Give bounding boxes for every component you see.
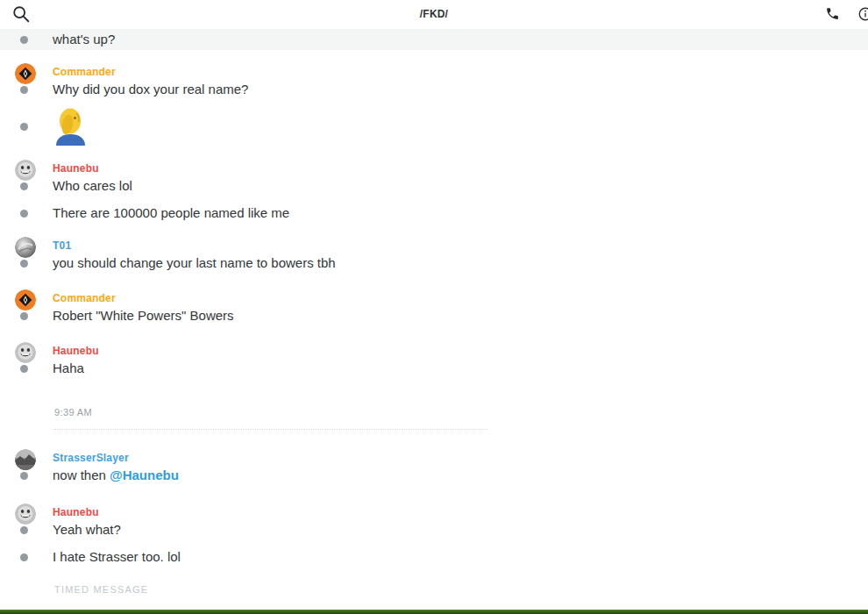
ephemeral-timer-dot xyxy=(20,123,28,131)
message-row[interactable]: you should change your last name to bowe… xyxy=(0,253,868,273)
message-text: Yeah what? xyxy=(53,522,121,537)
message-group-header: T01 xyxy=(0,237,868,253)
sender-name[interactable]: Commander xyxy=(53,66,116,78)
message-text: what's up? xyxy=(53,29,115,50)
message-text: Why did you dox your real name? xyxy=(53,82,248,96)
ephemeral-timer-dot xyxy=(20,472,28,480)
sender-name[interactable]: Haunebu xyxy=(53,506,99,518)
sender-name[interactable]: T01 xyxy=(53,239,71,252)
message-row[interactable]: There are 100000 people named like me xyxy=(0,203,868,223)
message-row[interactable]: I hate Strasser too. lol xyxy=(0,547,868,567)
person-facepalming-emoji xyxy=(53,133,89,148)
message-group-header: Commander xyxy=(0,63,868,80)
message-group: Haunebu Who cares lol There are 100000 p… xyxy=(0,160,868,223)
sender-name[interactable]: Haunebu xyxy=(53,345,99,357)
message-row[interactable]: Haha xyxy=(0,359,868,378)
message-text: Robert "White Powers" Bowers xyxy=(53,308,234,323)
message-row[interactable]: Why did you dox your real name? xyxy=(0,80,868,99)
message-row[interactable]: Yeah what? xyxy=(0,520,868,539)
message-text: I hate Strasser too. lol xyxy=(53,549,181,564)
ephemeral-timer-dot xyxy=(20,553,28,561)
message-row[interactable]: what's up? xyxy=(0,29,868,50)
message-group-header: Haunebu xyxy=(0,342,868,359)
message-row[interactable] xyxy=(0,107,868,146)
message-group-header: Commander xyxy=(0,289,868,306)
composer-bar: 1 d xyxy=(0,568,868,610)
message-group: StrasserSlayer now then @Haunebu xyxy=(0,449,868,485)
message-row[interactable]: now then @Haunebu xyxy=(0,466,868,485)
time-divider-line xyxy=(54,429,487,430)
message-group: Haunebu Haha xyxy=(0,342,868,378)
message-group-header: Haunebu xyxy=(0,160,868,176)
message-text: now then xyxy=(53,468,110,482)
message-row[interactable]: Who cares lol xyxy=(0,176,868,196)
ephemeral-timer-dot xyxy=(20,36,28,44)
message-text: There are 100000 people named like me xyxy=(53,205,289,220)
ephemeral-timer-dot xyxy=(20,210,28,218)
message-input[interactable] xyxy=(53,575,670,603)
sender-name[interactable]: StrasserSlayer xyxy=(53,452,129,464)
ephemeral-timer-dot xyxy=(20,260,28,268)
message-text: Haha xyxy=(53,361,84,375)
timestamp-label: 9:39 AM xyxy=(54,407,92,418)
ephemeral-timer-dot xyxy=(20,86,28,94)
ephemeral-timer-dot xyxy=(20,312,28,320)
message-list: what's up? Commander Why did you dox you… xyxy=(0,0,868,568)
message-text: you should change your last name to bowe… xyxy=(53,255,336,270)
ephemeral-timer-dot xyxy=(20,182,28,190)
user-mention[interactable]: @Haunebu xyxy=(110,468,179,482)
message-row[interactable]: Robert "White Powers" Bowers xyxy=(0,306,868,325)
message-text: Who cares lol xyxy=(53,178,132,193)
message-group: Haunebu Yeah what? I hate Strasser too. … xyxy=(0,503,868,567)
ephemeral-timer-dot xyxy=(20,365,28,373)
message-group: T01 you should change your last name to … xyxy=(0,237,868,273)
bottom-accent-bar xyxy=(0,610,868,614)
sender-name[interactable]: Commander xyxy=(53,292,116,304)
message-group-header: StrasserSlayer xyxy=(0,449,868,466)
message-group: Commander Why did you dox your real name… xyxy=(0,63,868,146)
message-group-header: Haunebu xyxy=(0,503,868,520)
message-group: Commander Robert "White Powers" Bowers xyxy=(0,289,868,325)
sender-name[interactable]: Haunebu xyxy=(53,162,99,175)
ephemeral-timer-dot xyxy=(20,526,28,534)
